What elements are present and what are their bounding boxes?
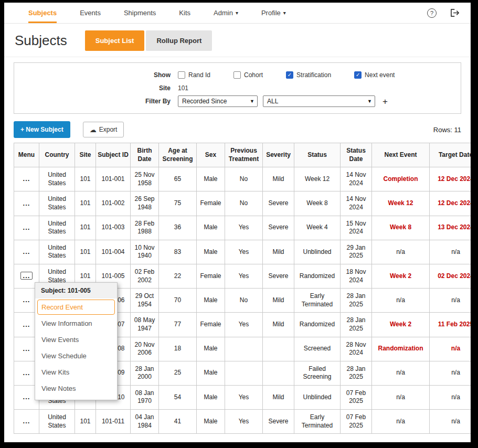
cell-status: Week 8 bbox=[294, 191, 341, 216]
cell-birth-date: 26 Sep 1948 bbox=[131, 191, 159, 216]
cell-next-event: n/a bbox=[372, 385, 430, 409]
chevron-down-icon: ▾ bbox=[283, 10, 286, 16]
next-event-checkbox[interactable]: ✓ bbox=[354, 71, 362, 79]
nav-item-admin[interactable]: Admin ▾ bbox=[214, 3, 238, 23]
stratification-checkbox[interactable]: ✓ bbox=[286, 71, 293, 79]
checkbox-stratification[interactable]: ✓ Stratification bbox=[286, 71, 331, 79]
menu-item-view-kits[interactable]: View Kits bbox=[37, 365, 115, 380]
menu-item-view-notes[interactable]: View Notes bbox=[37, 381, 115, 396]
row-menu-button[interactable]: ... bbox=[20, 345, 33, 353]
tab-subject-list[interactable]: Subject List bbox=[85, 30, 145, 51]
row-menu-button[interactable]: ... bbox=[20, 272, 33, 280]
cell-age: 25 bbox=[159, 361, 197, 385]
nav-admin-label: Admin bbox=[214, 9, 233, 17]
cell-sex: Female bbox=[197, 313, 225, 337]
filter-row-show: Show Rand Id Cohort ✓ Stratification ✓ N… bbox=[20, 69, 454, 81]
filter-type-select[interactable]: Recorded Since ▼ bbox=[178, 95, 258, 107]
cell-severity: Mild bbox=[263, 313, 294, 337]
cohort-checkbox[interactable] bbox=[233, 71, 241, 79]
cell-menu: ... bbox=[14, 167, 39, 191]
menu-item-record-event[interactable]: Record Event bbox=[37, 300, 115, 315]
cell-prev-treatment bbox=[225, 361, 263, 385]
cell-menu: ... bbox=[14, 191, 39, 216]
cell-status-date: 28 Jan 2025 bbox=[341, 361, 372, 385]
checkbox-rand-id[interactable]: Rand Id bbox=[178, 71, 210, 79]
menu-item-view-events[interactable]: View Events bbox=[37, 332, 115, 347]
column-header-severity: Severity bbox=[263, 143, 294, 167]
nav-item-shipments[interactable]: Shipments bbox=[124, 3, 156, 23]
cell-status: Screened bbox=[294, 337, 341, 361]
cell-target-date: n/a bbox=[430, 289, 471, 313]
row-menu-button[interactable]: ... bbox=[20, 199, 33, 207]
rand-id-checkbox[interactable] bbox=[178, 71, 185, 79]
filter-value-select[interactable]: ALL ▼ bbox=[263, 95, 375, 107]
cell-status-date: 28 Jan 2025 bbox=[341, 313, 372, 337]
cell-status-date: 28 Jan 2025 bbox=[341, 289, 372, 313]
row-menu-button[interactable]: ... bbox=[20, 321, 33, 328]
row-menu-button[interactable]: ... bbox=[20, 296, 33, 304]
add-filter-button[interactable]: + bbox=[383, 97, 388, 106]
tab-rollup-report[interactable]: Rollup Report bbox=[146, 30, 212, 51]
app-window: Subjects Events Shipments Kits Admin ▾ P… bbox=[4, 3, 471, 442]
row-menu-button[interactable]: ... bbox=[20, 175, 33, 183]
rand-id-label: Rand Id bbox=[188, 71, 210, 79]
cell-site: 101 bbox=[75, 167, 96, 191]
row-context-menu: Subject: 101-005 Record Event View Infor… bbox=[35, 282, 118, 400]
cell-birth-date: 28 Feb 1988 bbox=[131, 216, 159, 240]
nav-item-events[interactable]: Events bbox=[80, 3, 101, 23]
help-icon[interactable]: ? bbox=[427, 8, 437, 18]
cell-age: 36 bbox=[159, 216, 197, 240]
cell-age: 22 bbox=[159, 264, 197, 288]
cell-status: Early Terminated bbox=[294, 410, 341, 434]
menu-item-view-schedule[interactable]: View Schedule bbox=[37, 348, 115, 364]
table-row: ...United States101101-00410 Nov 194083M… bbox=[14, 240, 471, 264]
cell-target-date: 12 Dec 2024 bbox=[430, 167, 471, 191]
nav-item-kits[interactable]: Kits bbox=[179, 3, 190, 23]
logout-icon[interactable] bbox=[450, 8, 460, 17]
cell-birth-date: 08 May 1947 bbox=[131, 313, 159, 337]
export-label: Export bbox=[99, 126, 118, 133]
row-menu-button[interactable]: ... bbox=[20, 393, 33, 401]
cell-status-date: 14 Nov 2024 bbox=[341, 167, 372, 191]
nav-item-profile[interactable]: Profile ▾ bbox=[261, 3, 286, 23]
column-header-status-date: Status Date bbox=[341, 143, 372, 167]
row-menu-button[interactable]: ... bbox=[20, 223, 33, 231]
row-menu-button[interactable]: ... bbox=[20, 369, 33, 377]
filter-by-label: Filter By bbox=[20, 98, 178, 105]
cell-target-date: n/a bbox=[430, 337, 471, 361]
page-header: Subjects Subject List Rollup Report bbox=[4, 24, 471, 57]
cohort-label: Cohort bbox=[244, 71, 263, 79]
cell-subject-id: 101-001 bbox=[96, 167, 131, 191]
cell-status-date: 15 Nov 2024 bbox=[341, 216, 372, 240]
column-header-birth-date: Birth Date bbox=[131, 143, 159, 167]
cell-status: Week 12 bbox=[294, 167, 341, 191]
show-label: Show bbox=[20, 71, 178, 79]
column-header-age: Age at Screening bbox=[159, 143, 197, 167]
cell-status: Unblinded bbox=[294, 240, 341, 264]
cell-menu: ... bbox=[14, 240, 39, 264]
row-menu-button[interactable]: ... bbox=[20, 417, 33, 425]
cell-status: Randomized bbox=[294, 264, 341, 288]
nav-profile-label: Profile bbox=[261, 9, 281, 17]
new-subject-button[interactable]: + New Subject bbox=[14, 121, 70, 138]
export-button[interactable]: ☁ Export bbox=[83, 122, 124, 137]
cloud-export-icon: ☁ bbox=[90, 126, 97, 133]
row-menu-button[interactable]: ... bbox=[20, 248, 33, 255]
checkbox-cohort[interactable]: Cohort bbox=[233, 71, 263, 79]
cell-birth-date: 29 Oct 1954 bbox=[131, 289, 159, 313]
column-header-sex: Sex bbox=[197, 143, 225, 167]
checkbox-next-event[interactable]: ✓ Next event bbox=[354, 71, 395, 79]
cell-status-date: 29 Jan 2025 bbox=[341, 240, 372, 264]
cell-next-event: n/a bbox=[372, 240, 430, 264]
cell-prev-treatment: Yes bbox=[225, 385, 263, 409]
menu-item-view-information[interactable]: View Information bbox=[37, 316, 115, 331]
cell-site: 101 bbox=[75, 191, 96, 216]
cell-target-date: n/a bbox=[430, 385, 471, 409]
cell-prev-treatment: No bbox=[225, 167, 263, 191]
cell-status: Early Terminated bbox=[294, 289, 341, 313]
site-label: Site bbox=[20, 84, 178, 92]
cell-sex: Male bbox=[197, 240, 225, 264]
nav-item-subjects[interactable]: Subjects bbox=[28, 3, 57, 23]
cell-status-date: 18 Nov 2024 bbox=[341, 264, 372, 288]
cell-birth-date: 08 Jan 1970 bbox=[131, 385, 159, 409]
